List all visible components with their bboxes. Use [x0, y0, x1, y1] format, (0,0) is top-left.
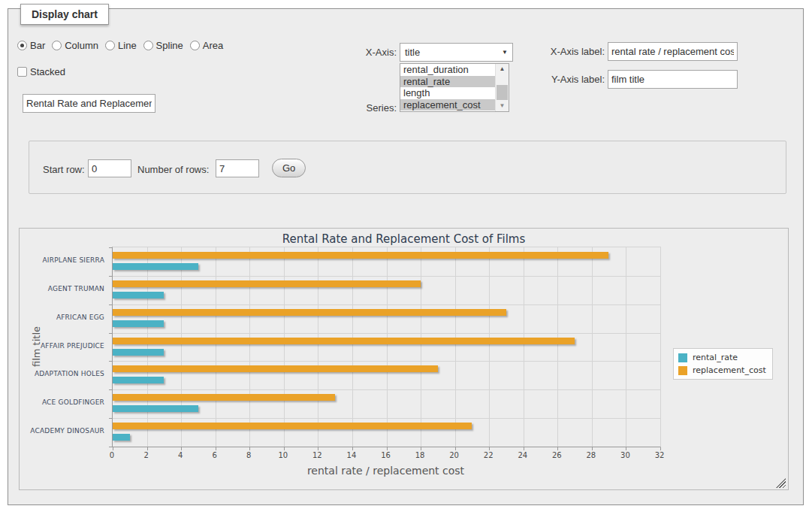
checkbox-icon: [17, 67, 27, 77]
bar-replacement_cost: [113, 365, 438, 372]
bar-rental_rate: [113, 349, 164, 356]
x-tick-label: 2: [135, 451, 158, 459]
x-axis-selected-value: title: [400, 47, 502, 58]
bar-replacement_cost: [113, 309, 506, 316]
y-axis-tick: [109, 304, 112, 305]
number-of-rows-label: Number of rows:: [137, 164, 209, 175]
legend-label: rental_rate: [693, 353, 738, 362]
chart-title: Rental Rate and Replacement Cost of Film…: [20, 232, 788, 246]
radio-area[interactable]: Area: [190, 40, 223, 51]
y-axis-tick: [109, 247, 112, 248]
x-tick-label: 16: [375, 451, 397, 459]
x-axis-select-label: X-Axis:: [363, 47, 397, 58]
radio-bar[interactable]: Bar: [17, 40, 45, 51]
bar-replacement_cost: [113, 394, 335, 401]
radio-line-label: Line: [118, 40, 137, 51]
legend-entry: replacement_cost: [678, 365, 766, 375]
radio-line-icon: [105, 41, 115, 50]
gridline: [592, 247, 593, 447]
scroll-up-icon[interactable]: ▲: [496, 64, 509, 74]
x-tick-label: 4: [169, 451, 192, 459]
gridline: [147, 247, 148, 447]
y-axis-tick: [109, 333, 112, 334]
x-axis-tick: [352, 447, 353, 450]
x-tick-label: 14: [340, 451, 363, 459]
legend-swatch-rental-rate: [678, 353, 687, 362]
stacked-row: Stacked: [17, 66, 72, 77]
listbox-scrollbar[interactable]: ▲ ▼: [495, 64, 509, 111]
x-tick-label: 8: [237, 451, 260, 459]
x-axis-tick: [626, 447, 626, 450]
gridline: [387, 247, 388, 447]
gridline: [352, 247, 353, 447]
scroll-down-icon[interactable]: ▼: [496, 101, 509, 111]
gridline: [284, 247, 285, 447]
listbox-option[interactable]: rental_rate: [400, 76, 509, 88]
resize-handle-icon[interactable]: [776, 478, 786, 488]
panel-title: Display chart: [20, 4, 109, 25]
radio-column-icon: [52, 41, 62, 50]
radio-area-icon: [190, 41, 200, 50]
radio-line[interactable]: Line: [105, 40, 137, 51]
gridline: [113, 418, 660, 419]
chart-title-input[interactable]: [23, 94, 155, 113]
listbox-option[interactable]: replacement_cost: [400, 99, 509, 111]
gridline: [113, 304, 660, 305]
x-axis-tick: [249, 447, 250, 450]
y-axis-label-label: Y-Axis label:: [545, 74, 605, 85]
y-axis-tick: [109, 418, 112, 419]
listbox-option[interactable]: length: [400, 87, 509, 99]
bar-rental_rate: [113, 377, 164, 383]
gridline: [113, 333, 660, 334]
x-axis-tick: [147, 447, 148, 450]
gridline: [113, 276, 660, 277]
chart-legend: rental_rate replacement_cost: [673, 348, 773, 380]
chevron-down-icon: ▼: [502, 49, 512, 56]
bar-replacement_cost: [113, 423, 472, 429]
radio-column[interactable]: Column: [52, 40, 98, 51]
x-tick-label: 24: [512, 451, 534, 459]
category-label: AFFAIR PREJUDICE: [20, 342, 104, 350]
number-of-rows-input[interactable]: [216, 159, 259, 177]
bar-replacement_cost: [113, 280, 421, 287]
category-label: AGENT TRUMAN: [20, 285, 104, 292]
stacked-label: Stacked: [30, 66, 65, 77]
radio-column-label: Column: [65, 40, 98, 51]
x-axis-label-label: X-Axis label:: [545, 46, 605, 57]
y-axis-tick: [109, 447, 112, 447]
chart-container: Rental Rate and Replacement Cost of Film…: [19, 228, 789, 490]
bar-rental_rate: [113, 434, 130, 441]
bar-rental_rate: [113, 292, 164, 298]
go-button[interactable]: Go: [272, 159, 306, 177]
series-listbox[interactable]: rental_duration rental_rate length repla…: [400, 63, 509, 112]
radio-spline-icon: [143, 41, 153, 50]
gridline: [216, 247, 216, 447]
page: Display chart Bar Column Line Spline Are…: [0, 0, 812, 512]
x-axis-label-input[interactable]: [608, 42, 738, 61]
stacked-checkbox[interactable]: Stacked: [17, 66, 65, 77]
x-tick-label: 18: [409, 451, 431, 459]
scrollbar-thumb[interactable]: [497, 85, 508, 100]
y-axis-tick: [109, 361, 112, 362]
x-axis-select[interactable]: title ▼: [400, 43, 513, 62]
x-tick-label: 26: [545, 451, 568, 459]
radio-bar-icon: [17, 41, 27, 50]
category-label: AFRICAN EGG: [20, 314, 104, 321]
y-axis-label-input[interactable]: [608, 70, 738, 89]
legend-swatch-replacement-cost: [678, 366, 687, 375]
x-axis-tick: [284, 447, 285, 450]
gridline: [249, 247, 250, 447]
radio-bar-label: Bar: [30, 40, 45, 51]
gridline: [181, 247, 182, 447]
gridline: [113, 361, 660, 362]
listbox-option[interactable]: rental_duration: [400, 64, 509, 76]
radio-spline[interactable]: Spline: [143, 40, 183, 51]
start-row-input[interactable]: [88, 159, 131, 177]
bar-rental_rate: [113, 320, 164, 327]
y-axis-tick: [109, 389, 112, 390]
x-axis-tick: [660, 447, 661, 450]
x-tick-label: 12: [306, 451, 328, 459]
gridline: [318, 247, 318, 447]
x-tick-label: 0: [101, 451, 123, 459]
x-axis-tick: [524, 447, 524, 450]
